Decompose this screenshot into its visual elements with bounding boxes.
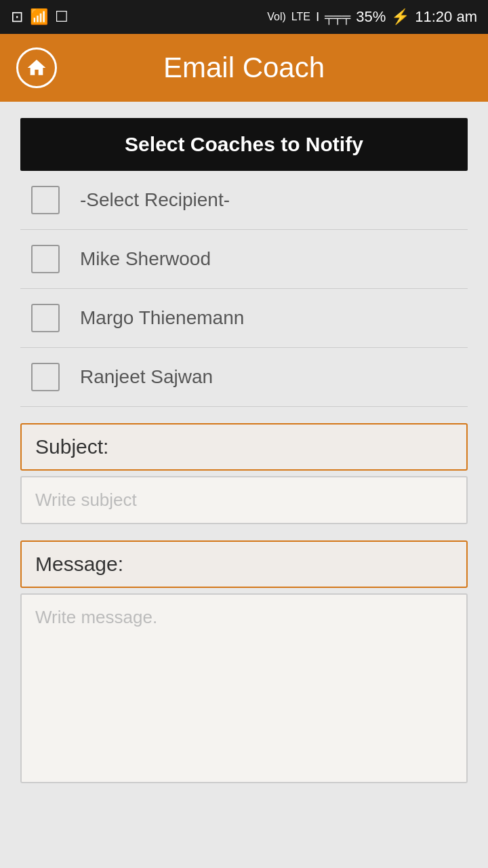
subject-input[interactable] (20, 476, 468, 524)
coaches-list: -Select Recipient- Mike Sherwood Margo T… (20, 171, 468, 407)
tablet-icon: ☐ (55, 8, 68, 26)
message-label: Message: (35, 553, 123, 575)
coach-checkbox-margo-thienemann[interactable] (31, 304, 60, 332)
battery-percent: 35% (356, 8, 386, 26)
main-content: Select Coaches to Notify -Select Recipie… (0, 102, 488, 868)
status-right: Vol) LTE Ⅰ ╤╤╤ 35% ⚡ 11:20 am (267, 8, 477, 26)
message-input[interactable] (20, 593, 468, 783)
status-bar: ⊡ 📶 ☐ Vol) LTE Ⅰ ╤╤╤ 35% ⚡ 11:20 am (0, 0, 488, 34)
time-display: 11:20 am (415, 8, 477, 26)
signal-strength: ╤╤╤ (325, 10, 350, 24)
coach-item-select-recipient[interactable]: -Select Recipient- (20, 171, 468, 230)
home-button[interactable] (16, 47, 57, 88)
status-icons: ⊡ 📶 ☐ (11, 8, 68, 26)
coach-item-margo-thienemann[interactable]: Margo Thienemann (20, 289, 468, 348)
coach-checkbox-ranjeet-sajwan[interactable] (31, 363, 60, 391)
coach-name-ranjeet-sajwan: Ranjeet Sajwan (80, 366, 213, 388)
wifi-icon: 📶 (30, 8, 48, 26)
coach-checkbox-mike-sherwood[interactable] (31, 245, 60, 273)
coach-name-select-recipient: -Select Recipient- (80, 189, 230, 211)
picture-icon: ⊡ (11, 8, 23, 26)
charging-icon: ⚡ (391, 8, 409, 26)
page-title: Email Coach (163, 52, 325, 84)
coach-name-margo-thienemann: Margo Thienemann (80, 307, 244, 329)
coach-checkbox-select-recipient[interactable] (31, 186, 60, 214)
volte-label: Vol) (267, 11, 286, 23)
home-icon (26, 57, 47, 79)
subject-label: Subject: (35, 435, 108, 458)
message-label-box: Message: (20, 540, 468, 588)
subject-label-box: Subject: (20, 423, 468, 471)
coach-name-mike-sherwood: Mike Sherwood (80, 248, 211, 270)
coaches-section-header: Select Coaches to Notify (20, 118, 468, 171)
signal-bars: Ⅰ (316, 9, 319, 24)
app-bar: Email Coach (0, 34, 488, 102)
coach-item-mike-sherwood[interactable]: Mike Sherwood (20, 230, 468, 289)
coach-item-ranjeet-sajwan[interactable]: Ranjeet Sajwan (20, 348, 468, 407)
lte-label: LTE (291, 11, 310, 23)
